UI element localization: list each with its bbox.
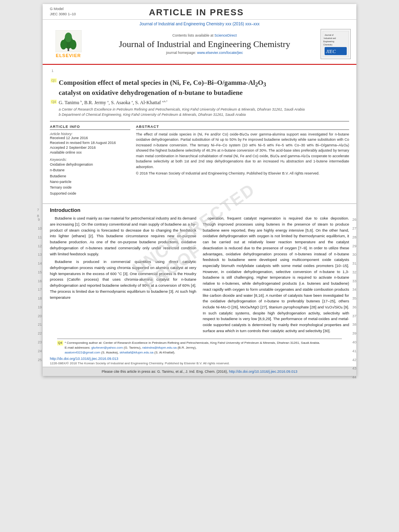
abstract-text: The effect of metal oxide species in (Ni… [136, 132, 349, 170]
intro-right-para: operation, frequent catalyst regeneratio… [203, 216, 349, 334]
email-1-name: (G. Tanimu), [124, 346, 142, 349]
elsevier-brand-text: ELSEVIER [56, 53, 81, 58]
email-label: E-mail addresses: [65, 346, 90, 349]
title-section: Q1 Composition effect of metal species i… [59, 78, 349, 97]
intro-para-2: Butadiene is produced in commercial quan… [50, 259, 196, 300]
accepted-date: Accepted 2 September 2016 [50, 146, 130, 150]
doi-section: http://dx.doi.org/10.1016/j.jiec.2016.09… [43, 355, 356, 361]
svg-point-3 [60, 40, 67, 49]
affiliations: a Center of Research Excellence in Petro… [59, 107, 349, 118]
email-4-name: (S. Al-Khattaf). [154, 351, 175, 354]
footnote-text: * Corresponding author at: Center of Res… [65, 341, 320, 355]
q1-marker: Q1 [51, 78, 57, 82]
elsevier-logo: ELSEVIER [48, 30, 88, 58]
email-4[interactable]: skhattaf@kfupm.edu.sa [119, 351, 153, 354]
intro-two-col: 9 10 11 12 13 14 15 16 17 18 19 20 21 22… [50, 216, 349, 336]
introduction-section: 7 8 Introduction 9 10 11 12 13 14 15 16 … [43, 207, 356, 355]
keyword-4: Nano-particle [50, 179, 130, 185]
line-num-1: 1 [51, 69, 53, 73]
cite-footer: Please cite this article in press as: G.… [43, 367, 356, 376]
svg-text:Engineering: Engineering [323, 40, 334, 43]
journal-homepage: journal homepage: www.elsevier.com/locat… [93, 51, 317, 55]
keywords-label: Keywords: [50, 158, 130, 162]
svg-text:JIEC: JIEC [326, 49, 336, 54]
cite-text: Please cite this article in press as: G.… [102, 370, 228, 374]
affiliation-b: b Department of Chemical Engineering, Ki… [59, 112, 349, 118]
doi-copyright: 1226-086X/© 2016 The Korean Society of I… [43, 361, 356, 367]
svg-text:Industrial and: Industrial and [324, 37, 336, 39]
revised-date: Received in revised form 18 August 2016 [50, 141, 130, 145]
cite-link[interactable]: http://dx.doi.org/10.1016/j.jiec.2016.09… [229, 370, 297, 374]
author-names: G. Tanimu b, B.R. Jermy a, S. Asaoka a, … [59, 100, 168, 105]
affiliation-a: a Center of Research Excellence in Petro… [59, 107, 349, 113]
elsevier-tree-icon [56, 30, 82, 52]
article-info-col: ARTICLE INFO Article history: Received 1… [50, 125, 130, 196]
section-divider [43, 203, 356, 204]
intro-left-col: 9 10 11 12 13 14 15 16 17 18 19 20 21 22… [50, 216, 196, 336]
line-nums-9-25: 9 10 11 12 13 14 15 16 17 18 19 20 21 22… [38, 216, 42, 364]
sciencedirect-link[interactable]: ScienceDirect [214, 33, 237, 37]
keyword-5: Ternary oxide [50, 185, 130, 190]
keyword-6: Supported oxide [50, 191, 130, 196]
contents-line: Contents lists available at ScienceDirec… [93, 33, 317, 37]
article-history-label: Article history: [50, 132, 130, 136]
keyword-3: Butadiene [50, 173, 130, 179]
intro-right-col: 26 27 28 29 30 31 32 33 34 35 36 37 38 3… [203, 216, 349, 336]
keyword-1: Oxidative dehydrogenation [50, 162, 130, 167]
journal-header: Journal of Industrial and Engineering Ch… [43, 20, 356, 65]
article-body: UNCORRECTED PROOF 1 Q1 Composition effec… [43, 65, 356, 200]
journal-logo-icon: Journal of Industrial and Engineering Ch… [323, 31, 349, 57]
article-title: Composition effect of metal species in (… [59, 78, 349, 97]
svg-text:Journal of: Journal of [325, 34, 334, 36]
line-nums-26-51: 26 27 28 29 30 31 32 33 34 35 36 37 38 3… [352, 216, 356, 380]
q4-footnote-marker: Q4 [57, 341, 63, 345]
abstract-copyright: © 2016 The Korean Society of Industrial … [136, 171, 349, 175]
homepage-link[interactable]: www.elsevier.com/locate/jiec [197, 51, 243, 55]
received-date: Received 12 June 2016 [50, 136, 130, 140]
journal-subtitle: Journal of Industrial and Engineering Ch… [43, 20, 356, 27]
authors-section: Q4 G. Tanimu b, B.R. Jermy a, S. Asaoka … [59, 100, 349, 106]
top-bar: G ModelJIEC 3080 1–10 ARTICLE IN PRESS [43, 4, 356, 20]
svg-point-4 [70, 40, 76, 49]
email-3-name: (S. Asaoka), [101, 351, 119, 354]
email-1[interactable]: gtu4ever@yahoo.com [91, 346, 123, 349]
journal-logo-right: Journal of Industrial and Engineering Ch… [321, 29, 351, 59]
article-info-heading: ARTICLE INFO [50, 125, 130, 130]
email-3[interactable]: asatom4322@gmail.com [65, 351, 101, 354]
journal-title-area: Contents lists available at ScienceDirec… [93, 33, 317, 55]
doi-link[interactable]: http://dx.doi.org/10.1016/j.jiec.2016.09… [50, 357, 118, 361]
svg-point-5 [65, 33, 72, 42]
available-online: Available online xxx [50, 150, 130, 154]
keywords-list: Oxidative dehydrogenation n-Butane Butad… [50, 162, 130, 196]
svg-text:Chemistry: Chemistry [323, 43, 333, 46]
g-model-text: G ModelJIEC 3080 1–10 [50, 7, 76, 16]
introduction-heading: Introduction [50, 207, 349, 213]
abstract-col: ABSTRACT The effect of metal oxide speci… [136, 125, 349, 196]
q4-author-marker: Q4 [51, 100, 57, 104]
intro-para-1: Butadiene is used mainly as raw material… [50, 216, 196, 257]
email-2[interactable]: rabindra@kfupm.edu.sa [142, 346, 177, 349]
footnote-section: Q4 * Corresponding author at: Center of … [57, 339, 342, 355]
keyword-2: n-Butane [50, 167, 130, 173]
journal-main-title: Journal of Industrial and Engineering Ch… [93, 39, 317, 49]
info-abstract-section: ARTICLE INFO Article history: Received 1… [50, 121, 349, 196]
abstract-heading: ABSTRACT [136, 125, 349, 130]
email-2-name: (B.R. Jermy), [177, 346, 196, 349]
article-in-press-banner: ARTICLE IN PRESS [76, 6, 317, 18]
g-model-label: G ModelJIEC 3080 1–10 [50, 6, 76, 16]
